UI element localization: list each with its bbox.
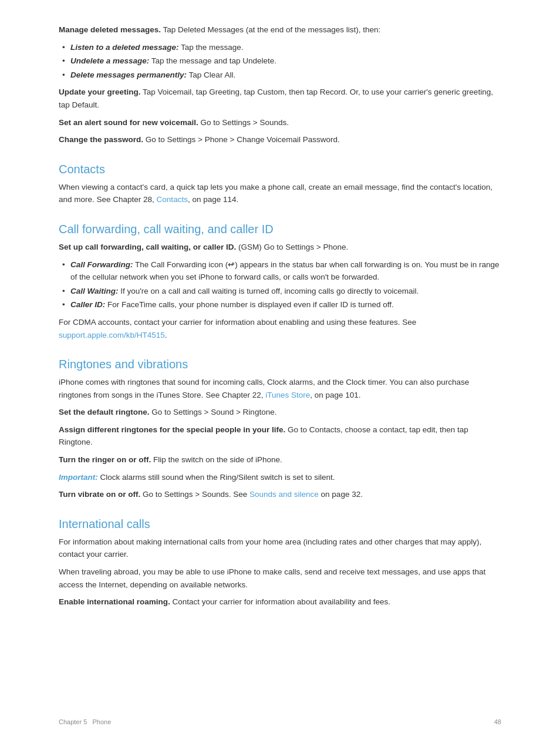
page: Manage deleted messages. Tap Deleted Mes… bbox=[0, 0, 560, 743]
itunes-store-link[interactable]: iTunes Store bbox=[265, 391, 310, 399]
list-item: Call Forwarding: The Call Forwarding ico… bbox=[59, 258, 501, 284]
ringtones-section: Ringtones and vibrations iPhone comes wi… bbox=[59, 358, 501, 501]
manage-deleted-bold: Manage deleted messages. bbox=[59, 25, 161, 34]
list-item: Undelete a message: Tap the message and … bbox=[59, 55, 501, 68]
international-roaming-para: Enable international roaming. Contact yo… bbox=[59, 596, 501, 608]
alert-sound-para: Set an alert sound for new voicemail. Go… bbox=[59, 116, 501, 129]
call-forwarding-list: Call Forwarding: The Call Forwarding ico… bbox=[59, 258, 501, 311]
manage-deleted-intro: Manage deleted messages. Tap Deleted Mes… bbox=[59, 23, 501, 36]
vibrate-para: Turn vibrate on or off. Go to Settings >… bbox=[59, 488, 501, 501]
sounds-silence-link[interactable]: Sounds and silence bbox=[249, 490, 319, 499]
change-password-para: Change the password. Go to Settings > Ph… bbox=[59, 133, 501, 146]
international-calls-section: International calls For information abou… bbox=[59, 517, 501, 608]
ringtones-body: iPhone comes with ringtones that sound f… bbox=[59, 376, 501, 401]
list-item: Delete messages permanently: Tap Clear A… bbox=[59, 69, 501, 82]
default-ringtone-para: Set the default ringtone. Go to Settings… bbox=[59, 406, 501, 419]
list-item: Call Waiting: If you're on a call and ca… bbox=[59, 285, 501, 298]
update-greeting-para: Update your greeting. Tap Voicemail, tap… bbox=[59, 86, 501, 111]
manage-deleted-text: Tap Deleted Messages (at the end of the … bbox=[161, 25, 380, 34]
call-forwarding-section: Call forwarding, call waiting, and calle… bbox=[59, 223, 501, 341]
international-heading: International calls bbox=[59, 517, 501, 531]
contacts-section: Contacts When viewing a contact's card, … bbox=[59, 163, 501, 206]
cdma-link[interactable]: support.apple.com/kb/HT4515 bbox=[59, 331, 165, 339]
footer-chapter: Chapter 5 Phone bbox=[59, 718, 111, 725]
manage-deleted-section: Manage deleted messages. Tap Deleted Mes… bbox=[59, 23, 501, 146]
ringer-para: Turn the ringer on or off. Flip the swit… bbox=[59, 453, 501, 466]
international-para2: When traveling abroad, you may be able t… bbox=[59, 566, 501, 591]
contacts-body: When viewing a contact's card, a quick t… bbox=[59, 181, 501, 206]
call-forwarding-heading: Call forwarding, call waiting, and calle… bbox=[59, 223, 501, 236]
cdma-para: For CDMA accounts, contact your carrier … bbox=[59, 316, 501, 341]
page-footer: Chapter 5 Phone 48 bbox=[59, 718, 501, 725]
contacts-link[interactable]: Contacts bbox=[157, 195, 188, 204]
contacts-heading: Contacts bbox=[59, 163, 501, 176]
call-forwarding-setup: Set up call forwarding, call waiting, or… bbox=[59, 241, 501, 254]
manage-deleted-list: Listen to a deleted message: Tap the mes… bbox=[59, 41, 501, 82]
ringtones-heading: Ringtones and vibrations bbox=[59, 358, 501, 371]
important-para: Important: Clock alarms still sound when… bbox=[59, 471, 501, 484]
international-para1: For information about making internation… bbox=[59, 536, 501, 561]
assign-ringtones-para: Assign different ringtones for the speci… bbox=[59, 423, 501, 449]
footer-page-number: 48 bbox=[494, 718, 501, 725]
list-item: Caller ID: For FaceTime calls, your phon… bbox=[59, 298, 501, 311]
list-item: Listen to a deleted message: Tap the mes… bbox=[59, 41, 501, 54]
